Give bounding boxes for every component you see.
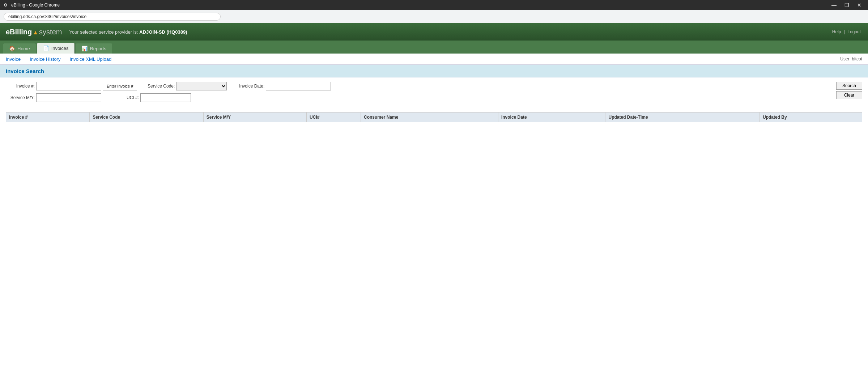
browser-title: eBilling - Google Chrome (11, 3, 829, 8)
col-header-service-code: Service Code (90, 113, 204, 122)
logout-link[interactable]: Logout (847, 29, 861, 34)
nav-tab-home[interactable]: 🏠Home (3, 43, 36, 54)
col-header-updated-by: Updated By (760, 113, 862, 122)
sub-nav: InvoiceInvoice HistoryInvoice XML Upload… (0, 54, 868, 65)
invoice-date-group: Invoice Date: (235, 82, 331, 90)
form-row-1: Invoice #: Enter Invoice # Service Code:… (6, 82, 836, 90)
search-area: Invoice #: Enter Invoice # Service Code:… (0, 77, 868, 109)
invoices-label: Invoices (51, 46, 69, 51)
close-button[interactable]: ✕ (854, 1, 864, 9)
nav-tabs: 🏠Home📄Invoices📊Reports (0, 41, 868, 54)
col-header-uci: UCI# (307, 113, 361, 122)
uci-label: UCI #: (110, 95, 139, 100)
home-icon: 🏠 (9, 46, 15, 51)
clear-button[interactable]: Clear (836, 91, 862, 99)
action-buttons: Search Clear (836, 82, 862, 99)
uci-input[interactable] (140, 93, 191, 102)
page-title-bar: Invoice Search (0, 65, 868, 77)
pipe-separator: | (844, 29, 845, 34)
service-code-select[interactable] (176, 82, 227, 90)
user-info: User: bitcot (840, 56, 862, 61)
nav-tab-reports[interactable]: 📊Reports (75, 43, 112, 54)
home-label: Home (17, 46, 30, 51)
invoice-date-input[interactable] (266, 82, 331, 90)
provider-info: Your selected service provider is: ADJOI… (69, 29, 187, 35)
table-header-row: Invoice #Service CodeService M/YUCI#Cons… (6, 113, 862, 122)
invoices-icon: 📄 (43, 45, 49, 51)
search-button[interactable]: Search (836, 82, 862, 90)
service-code-label: Service Code: (146, 84, 175, 89)
chrome-titlebar: ⚙ eBilling - Google Chrome — ❐ ✕ (0, 0, 868, 10)
form-section: Invoice #: Enter Invoice # Service Code:… (6, 82, 862, 105)
service-my-label: Service M/Y: (6, 95, 35, 100)
invoice-number-input[interactable] (36, 82, 101, 90)
logo-system: system (39, 28, 62, 36)
service-my-group: Service M/Y: (6, 93, 101, 102)
reports-label: Reports (90, 46, 106, 51)
header-left: eBilling▲system Your selected service pr… (6, 28, 187, 36)
provider-name: ADJOIN-SD (HQ0389) (139, 29, 187, 35)
sub-nav-invoice-xml-upload[interactable]: Invoice XML Upload (65, 54, 116, 64)
chrome-icon: ⚙ (4, 3, 8, 8)
enter-invoice-button[interactable]: Enter Invoice # (103, 82, 137, 90)
sub-nav-invoice-history[interactable]: Invoice History (25, 54, 65, 64)
service-my-input[interactable] (36, 93, 101, 102)
invoice-number-label: Invoice #: (6, 84, 35, 89)
col-header-invoice-date: Invoice Date (498, 113, 605, 122)
col-header-updated-datetime: Updated Date-Time (605, 113, 760, 122)
form-fields: Invoice #: Enter Invoice # Service Code:… (6, 82, 836, 105)
address-input[interactable]: ebilling.dds.ca.gov:8362/invoices/invoic… (4, 13, 221, 21)
restore-button[interactable]: ❐ (842, 1, 852, 9)
app-logo: eBilling▲system (6, 28, 62, 36)
table-header: Invoice #Service CodeService M/YUCI#Cons… (6, 113, 862, 122)
results-table: Invoice #Service CodeService M/YUCI#Cons… (6, 112, 862, 122)
form-row-2: Service M/Y: UCI #: (6, 93, 836, 102)
invoice-number-group: Invoice #: Enter Invoice # (6, 82, 137, 90)
page-title: Invoice Search (6, 68, 862, 74)
service-code-group: Service Code: (146, 82, 227, 90)
sub-nav-invoice[interactable]: Invoice (6, 54, 25, 64)
logo-ebilling: eBilling (6, 28, 32, 36)
invoice-date-label: Invoice Date: (235, 84, 264, 89)
provider-label: Your selected service provider is: (69, 29, 138, 35)
minimize-button[interactable]: — (829, 1, 839, 9)
chrome-addressbar: ebilling.dds.ca.gov:8362/invoices/invoic… (0, 10, 868, 23)
reports-icon: 📊 (81, 46, 88, 51)
header-right: Help | Logout (831, 29, 862, 34)
nav-tab-invoices[interactable]: 📄Invoices (37, 43, 75, 54)
app-header: eBilling▲system Your selected service pr… (0, 23, 868, 41)
results-table-container: Invoice #Service CodeService M/YUCI#Cons… (0, 112, 868, 122)
uci-group: UCI #: (110, 93, 191, 102)
chrome-window-controls[interactable]: — ❐ ✕ (829, 1, 864, 9)
col-header-service-my: Service M/Y (203, 113, 306, 122)
col-header-consumer-name: Consumer Name (361, 113, 498, 122)
col-header-invoice-num: Invoice # (6, 113, 90, 122)
help-link[interactable]: Help (832, 29, 841, 34)
logo-triangle: ▲ (33, 29, 38, 35)
